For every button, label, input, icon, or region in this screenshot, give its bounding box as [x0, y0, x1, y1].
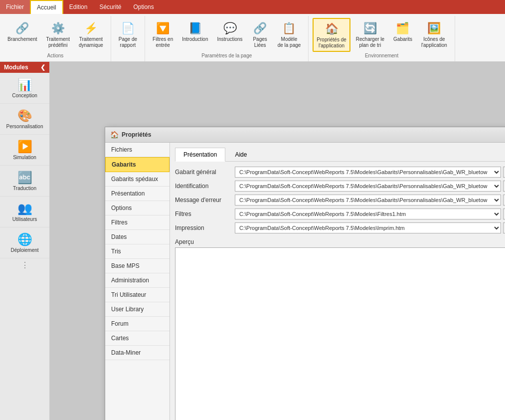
ribbon-btn-icon-1: 📘: [187, 20, 203, 36]
ribbon-btn-instructions[interactable]: 💬Instructions: [213, 18, 246, 45]
ribbon: 🔗Branchement⚙️Traitement prédéfini⚡Trait…: [0, 14, 505, 62]
ribbon-btn-icônes-de-l'application[interactable]: 🖼️Icônes de l'application: [418, 18, 451, 51]
ribbon-btn-label-1: Traitement prédéfini: [46, 36, 69, 48]
dialog-nav-item-user-library[interactable]: User Library: [105, 302, 169, 317]
sidebar: Modules ❮ 📊Conception🎨Personnalisation▶️…: [0, 62, 50, 420]
form-select-4[interactable]: C:\ProgramData\Soft-Concept\WebReports 7…: [235, 222, 501, 233]
ribbon-btn-pages-liées[interactable]: 🔗Pages Liées: [248, 18, 272, 51]
ribbon-btn-icon-4: 📋: [281, 20, 297, 36]
form-select-0[interactable]: C:\ProgramData\Soft-Concept\WebReports 7…: [235, 167, 501, 178]
form-save-btn-0[interactable]: 💾: [503, 167, 505, 178]
dialog-nav-item-base-mps[interactable]: Base MPS: [105, 259, 169, 273]
dialog-nav-item-administration[interactable]: Administration: [105, 273, 169, 288]
ribbon-btn-label-4: Modèle de la page: [278, 36, 301, 48]
ribbon-btn-traitement-dynamique[interactable]: ⚡Traitement dynamique: [75, 18, 107, 51]
dialog-tab-aide[interactable]: Aide: [226, 148, 255, 161]
properties-dialog: 🏠 Propriétés — □ ✕ FichiersGabaritsGabar…: [105, 127, 505, 420]
sidebar-item-utilisateurs[interactable]: 👥Utilisateurs: [0, 197, 49, 227]
ribbon-btn-icon-1: 🔄: [362, 20, 378, 36]
dialog-tabs: PrésentationAide: [175, 148, 505, 162]
menubar-item-options[interactable]: Options: [127, 0, 160, 14]
form-save-btn-1[interactable]: 💾: [503, 181, 505, 192]
dialog-title-icon: 🏠: [110, 131, 119, 139]
dialog-nav-item-cartes[interactable]: Cartes: [105, 331, 169, 346]
ribbon-btn-label-0: Propriétés de l'application: [317, 37, 346, 49]
ribbon-group-label-0: Actions: [47, 53, 64, 59]
sidebar-item-conception[interactable]: 📊Conception: [0, 73, 49, 104]
apercu-section: Aperçu 📋: [175, 238, 505, 420]
dialog-nav-item-data-miner[interactable]: Data-Miner: [105, 346, 169, 360]
dialog-nav-item-tri-utilisateur[interactable]: Tri Utilisateur: [105, 288, 169, 302]
sidebar-item-simulation[interactable]: ▶️Simulation: [0, 135, 49, 166]
sidebar-title: Modules: [4, 64, 28, 71]
sidebar-item-icon: 🎨: [17, 109, 32, 123]
sidebar-header: Modules ❮: [0, 62, 49, 73]
dialog-panel: PrésentationAide Gabarit généralC:\Progr…: [170, 143, 505, 420]
ribbon-group-items-2: 🔽Filtres en entrée📘Introduction💬Instruct…: [149, 18, 304, 52]
ribbon-btn-icon-0: 🏠: [324, 21, 339, 37]
form-save-btn-2[interactable]: 💾: [503, 195, 505, 206]
ribbon-btn-label-0: Branchement: [7, 36, 37, 42]
menubar-item-edition[interactable]: Edition: [63, 0, 94, 14]
form-label-1: Identification: [175, 183, 235, 190]
form-label-2: Message d'erreur: [175, 197, 235, 204]
dialog-nav-item-gabarits-spédaux[interactable]: Gabarits spédaux: [105, 172, 169, 187]
dialog-title: 🏠 Propriétés: [110, 131, 151, 139]
ribbon-btn-label-2: Gabarits: [393, 36, 412, 42]
sidebar-item-icon: 👥: [17, 202, 32, 215]
form-row-4: ImpressionC:\ProgramData\Soft-Concept\We…: [175, 222, 505, 233]
dialog-nav-item-options[interactable]: Options: [105, 201, 169, 215]
sidebar-item-déploiement[interactable]: 🌐Déploiement: [0, 227, 49, 258]
sidebar-item-traduction[interactable]: 🔤Traduction: [0, 166, 49, 197]
sidebar-item-label: Traduction: [13, 186, 36, 191]
menubar-item-accueil[interactable]: Accueil: [30, 0, 63, 14]
form-label-0: Gabarit général: [175, 169, 235, 176]
form-select-2[interactable]: C:\ProgramData\Soft-Concept\WebReports 7…: [235, 195, 501, 206]
sidebar-item-icon: 🔤: [17, 171, 32, 185]
sidebar-more-icon[interactable]: ⋮: [0, 258, 49, 272]
menubar-item-fichier[interactable]: Fichier: [0, 0, 30, 14]
ribbon-btn-recharger-le-plan-de-tri[interactable]: 🔄Recharger le plan de tri: [352, 18, 388, 51]
form-label-4: Impression: [175, 224, 235, 231]
ribbon-btn-label-2: Traitement dynamique: [79, 36, 103, 48]
ribbon-btn-branchement[interactable]: 🔗Branchement: [4, 18, 40, 45]
sidebar-item-icon: ▶️: [17, 140, 32, 154]
dialog-content: FichiersGabaritsGabarits spédauxPrésenta…: [105, 143, 505, 420]
ribbon-group-3: 🏠Propriétés de l'application🔄Recharger l…: [309, 16, 455, 61]
dialog-nav-item-forum[interactable]: Forum: [105, 317, 169, 331]
ribbon-btn-introduction[interactable]: 📘Introduction: [178, 18, 211, 45]
apercu-label: Aperçu: [175, 238, 505, 245]
dialog-nav-item-présentation[interactable]: Présentation: [105, 187, 169, 201]
dialog-nav-item-tris[interactable]: Tris: [105, 244, 169, 259]
ribbon-btn-propriétés-de-l'application[interactable]: 🏠Propriétés de l'application: [313, 18, 350, 52]
form-rows: Gabarit généralC:\ProgramData\Soft-Conce…: [175, 167, 505, 236]
dialog-nav-item-fichiers[interactable]: Fichiers: [105, 143, 169, 157]
dialog-tab-présentation[interactable]: Présentation: [175, 148, 225, 162]
dialog-nav-item-filtres[interactable]: Filtres: [105, 215, 169, 230]
dialog-title-text: Propriétés: [122, 131, 151, 138]
form-btn-group-1: 💾🔍✅: [503, 181, 505, 192]
dialog-nav: FichiersGabaritsGabarits spédauxPrésenta…: [105, 143, 170, 420]
ribbon-btn-icon-2: 🗂️: [395, 20, 411, 36]
form-save-btn-4[interactable]: 💾: [503, 222, 505, 233]
ribbon-btn-modèle-de-la-page[interactable]: 📋Modèle de la page: [274, 18, 305, 51]
ribbon-btn-gabarits[interactable]: 🗂️Gabarits: [390, 18, 416, 45]
sidebar-collapse-icon[interactable]: ❮: [40, 64, 45, 71]
ribbon-btn-label-3: Pages Liées: [253, 36, 267, 48]
ribbon-btn-label-0: Filtres en entrée: [153, 36, 173, 48]
form-input-container-2: C:\ProgramData\Soft-Concept\WebReports 7…: [235, 195, 505, 206]
ribbon-btn-traitement-prédéfini[interactable]: ⚙️Traitement prédéfini: [42, 18, 73, 51]
dialog-nav-item-dates[interactable]: Dates: [105, 230, 169, 244]
dialog-area: 🏠 Propriétés — □ ✕ FichiersGabaritsGabar…: [50, 62, 505, 420]
form-btn-group-4: 💾🔍✅: [503, 222, 505, 233]
form-select-1[interactable]: C:\ProgramData\Soft-Concept\WebReports 7…: [235, 181, 501, 192]
menubar-item-sécurité[interactable]: Sécurité: [93, 0, 127, 14]
sidebar-item-personnalisation[interactable]: 🎨Personnalisation: [0, 104, 49, 135]
sidebar-item-label: Utilisateurs: [12, 216, 37, 222]
ribbon-btn-page-de-rapport[interactable]: 📄Page de rapport: [115, 18, 141, 51]
form-select-3[interactable]: C:\ProgramData\Soft-Concept\WebReports 7…: [235, 209, 501, 219]
ribbon-btn-filtres-en-entrée[interactable]: 🔽Filtres en entrée: [149, 18, 176, 51]
form-save-btn-3[interactable]: 💾: [503, 209, 505, 219]
ribbon-btn-label-1: Introduction: [182, 36, 208, 42]
dialog-nav-item-gabarits[interactable]: Gabarits: [105, 157, 169, 172]
